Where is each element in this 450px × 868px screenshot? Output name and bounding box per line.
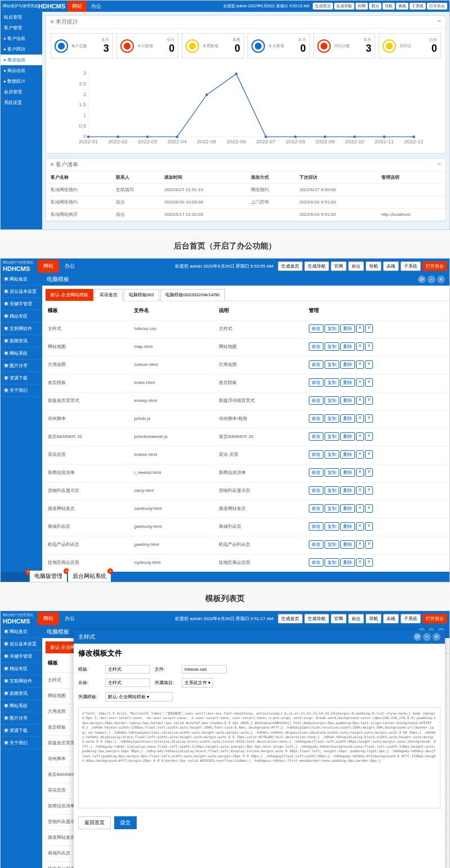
- action-btn[interactable]: 修改: [309, 450, 323, 459]
- down-btn[interactable]: ∨: [365, 504, 373, 513]
- action-btn[interactable]: 复制: [325, 360, 339, 369]
- file-input[interactable]: [182, 665, 227, 673]
- tab[interactable]: 默认-企业网站模板: [46, 289, 93, 301]
- up-btn[interactable]: ∧: [356, 378, 364, 387]
- sidebar-item[interactable]: ▣ 互联网软件: [1, 675, 42, 688]
- up-btn[interactable]: ∧: [356, 522, 364, 531]
- down-btn[interactable]: ∨: [365, 450, 373, 459]
- close-icon[interactable]: −: [438, 161, 441, 169]
- down-btn[interactable]: ∨: [365, 522, 373, 531]
- action-btn[interactable]: 修改: [309, 558, 323, 567]
- bottom-tab[interactable]: 后台网站系统×: [68, 571, 111, 582]
- action-btn[interactable]: 删除: [340, 558, 355, 567]
- tab-office[interactable]: 办公: [87, 1, 106, 12]
- down-btn[interactable]: ∨: [365, 468, 373, 477]
- action-btn[interactable]: 复制: [325, 450, 339, 459]
- action-btn[interactable]: 复制: [325, 324, 339, 333]
- owner-select[interactable]: 默认-企业网站模板 ▾: [105, 692, 173, 702]
- down-btn[interactable]: ∨: [365, 486, 373, 495]
- btn[interactable]: 生成首页: [278, 614, 303, 623]
- action-btn[interactable]: 删除: [340, 414, 355, 423]
- btn[interactable]: 生成导航: [304, 261, 329, 271]
- btn[interactable]: 官网: [331, 614, 346, 623]
- btn[interactable]: 子系统: [400, 614, 421, 623]
- action-btn[interactable]: 修改: [309, 486, 323, 495]
- sidebar-item[interactable]: ▣ 新闻资讯: [1, 335, 42, 347]
- action-btn[interactable]: 删除: [340, 342, 355, 351]
- btn[interactable]: 官网: [331, 261, 346, 271]
- action-btn[interactable]: 修改: [309, 468, 323, 477]
- btn-admin[interactable]: 打开后台: [427, 3, 447, 10]
- action-btn[interactable]: 修改: [309, 396, 323, 405]
- down-btn[interactable]: ∨: [365, 378, 373, 387]
- action-btn[interactable]: 复制: [325, 504, 339, 513]
- table-row[interactable]: 私域网络预约在线填写2022/6/27 21:51:10网络预约2022/6/2…: [46, 184, 446, 196]
- sidebar-item[interactable]: ▣ 图片分享: [1, 712, 42, 725]
- action-btn[interactable]: 复制: [325, 378, 339, 387]
- up-btn[interactable]: ∧: [356, 342, 364, 351]
- action-btn[interactable]: 修改: [309, 378, 323, 387]
- down-btn[interactable]: ∨: [365, 414, 373, 423]
- action-btn[interactable]: 删除: [340, 486, 355, 495]
- action-btn[interactable]: 修改: [309, 414, 323, 423]
- sidebar-item[interactable]: ▸ 客户信息: [1, 33, 42, 44]
- sidebar-item[interactable]: 系统设置: [1, 97, 42, 108]
- sidebar-item[interactable]: ▣ 关于我们: [1, 385, 42, 397]
- action-btn[interactable]: 删除: [340, 396, 355, 405]
- refresh-icon[interactable]: ⟳: [418, 275, 426, 283]
- sidebar-item[interactable]: ▣ 关于我们: [1, 737, 42, 749]
- tab-website[interactable]: 网站: [38, 612, 59, 625]
- tab-website[interactable]: 网站: [68, 1, 87, 12]
- close-icon[interactable]: ×: [433, 633, 440, 641]
- btn[interactable]: 子系统: [400, 261, 421, 271]
- btn[interactable]: 生成导航: [304, 614, 329, 623]
- btn[interactable]: 表格: [383, 261, 399, 271]
- sidebar-item[interactable]: ▣ 网站系统: [1, 347, 42, 360]
- down-btn[interactable]: ∨: [365, 558, 373, 567]
- table-row[interactable]: 私域网络预约后台2022/6/26 10:05:06上门咨询2022/6/16 …: [46, 196, 446, 209]
- sidebar-item[interactable]: ▸ 商品信息: [1, 65, 42, 76]
- action-btn[interactable]: 复制: [325, 540, 339, 549]
- action-btn[interactable]: 删除: [340, 432, 355, 441]
- tab[interactable]: 电脑模板002: [124, 289, 159, 301]
- action-btn[interactable]: 复制: [325, 432, 339, 441]
- btn[interactable]: 前台: [348, 261, 364, 271]
- down-btn[interactable]: ∨: [365, 432, 373, 441]
- name-input[interactable]: [105, 679, 150, 687]
- action-btn[interactable]: 修改: [309, 324, 323, 333]
- action-btn[interactable]: 修改: [309, 540, 323, 549]
- action-btn[interactable]: 复制: [325, 342, 339, 351]
- btn-logout[interactable]: 打开后台: [422, 261, 447, 271]
- sidebar-item-active[interactable]: ▸ 商业信息: [1, 55, 42, 65]
- action-btn[interactable]: 删除: [340, 360, 355, 369]
- sidebar-item[interactable]: ▣ 网站首页: [1, 273, 42, 286]
- action-btn[interactable]: 删除: [340, 324, 355, 333]
- action-btn[interactable]: 删除: [340, 504, 355, 513]
- template-input[interactable]: [105, 665, 150, 673]
- btn[interactable]: 生成首页: [278, 261, 303, 271]
- up-btn[interactable]: ∧: [356, 486, 364, 495]
- tab-office[interactable]: 办公: [59, 260, 80, 273]
- action-btn[interactable]: 修改: [309, 360, 323, 369]
- sidebar-item[interactable]: ▸ 数据统计: [1, 76, 42, 87]
- close-icon[interactable]: −: [438, 18, 441, 26]
- down-btn[interactable]: ∨: [365, 540, 373, 549]
- minimize-icon[interactable]: −: [428, 275, 435, 283]
- btn-gen-home[interactable]: 生成首页: [313, 3, 333, 10]
- sidebar-item[interactable]: ▣ 资源下载: [1, 725, 42, 737]
- up-btn[interactable]: ∧: [356, 396, 364, 405]
- btn[interactable]: 导航: [366, 261, 381, 271]
- action-btn[interactable]: 复制: [325, 558, 339, 567]
- action-btn[interactable]: 修改: [309, 432, 323, 441]
- btn[interactable]: 前台: [348, 614, 364, 623]
- tab-website[interactable]: 网站: [38, 260, 59, 273]
- close-icon[interactable]: ×: [437, 275, 445, 283]
- up-btn[interactable]: ∧: [356, 414, 364, 423]
- project-select[interactable]: 主系统文件 ▾: [182, 678, 213, 688]
- sidebar-item[interactable]: ▣ 网站系统: [1, 700, 42, 712]
- sidebar-item[interactable]: ▣ 互联网软件: [1, 323, 42, 335]
- sidebar-item[interactable]: ▣ 关键字管理: [1, 298, 42, 310]
- action-btn[interactable]: 复制: [325, 396, 339, 405]
- sidebar-item[interactable]: ▣ 新闻资讯: [1, 688, 42, 700]
- up-btn[interactable]: ∧: [356, 558, 364, 567]
